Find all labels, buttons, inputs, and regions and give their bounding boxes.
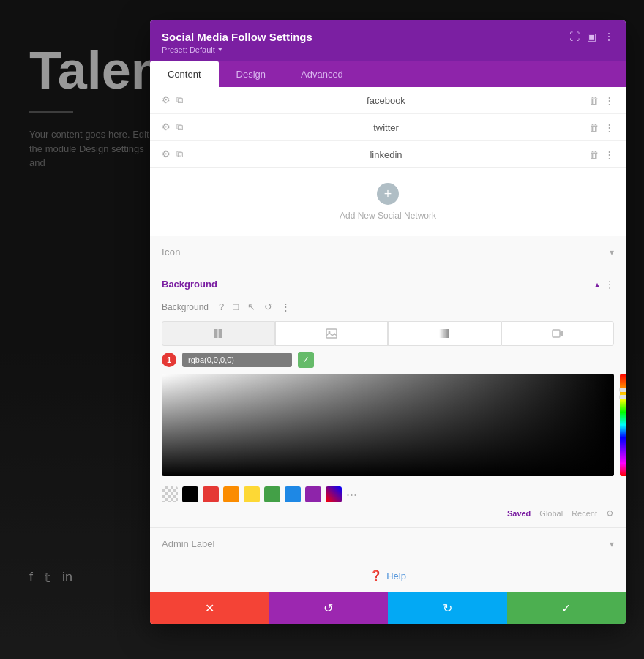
bg-reset-icon[interactable]: ↺ — [263, 300, 274, 314]
swatch-red[interactable] — [203, 486, 219, 502]
preset-chevron: ▾ — [218, 45, 222, 54]
bg-more-icon[interactable]: ⋮ — [280, 300, 292, 314]
help-label[interactable]: Help — [386, 570, 406, 581]
bg-device-icon[interactable]: □ — [231, 300, 240, 314]
delete-icon[interactable]: 🗑 — [589, 122, 599, 133]
settings-icon[interactable]: ⚙ — [162, 121, 171, 133]
copy-icon[interactable]: ⧉ — [176, 148, 183, 160]
table-row: ⚙ ⧉ facebook 🗑 ⋮ — [150, 87, 626, 114]
swatch-custom[interactable] — [326, 486, 342, 502]
modal-header: Social Media Follow Settings Preset: Def… — [150, 20, 626, 61]
color-gradient-area — [162, 374, 614, 476]
tab-advanced[interactable]: Advanced — [283, 61, 361, 87]
color-settings-icon[interactable]: ⚙ — [606, 508, 614, 519]
copy-icon[interactable]: ⧉ — [176, 121, 183, 133]
swatch-transparent[interactable] — [162, 486, 178, 502]
help-icon: ❓ — [370, 570, 382, 581]
cancel-button[interactable]: ✕ — [150, 592, 269, 624]
swatch-purple[interactable] — [305, 486, 321, 502]
swatch-black[interactable] — [182, 486, 198, 502]
color-swatches-row: ··· — [150, 479, 626, 505]
social-network-list: ⚙ ⧉ facebook 🗑 ⋮ ⚙ ⧉ twitter 🗑 ⋮ — [150, 87, 626, 168]
undo-icon: ↺ — [323, 601, 333, 615]
add-network-label: Add New Social Network — [340, 211, 436, 221]
color-type-solid[interactable] — [162, 321, 275, 346]
add-network-button[interactable]: + — [377, 183, 399, 205]
add-network-section: + Add New Social Network — [150, 168, 626, 236]
save-icon: ✓ — [561, 601, 571, 615]
settings-modal: Social Media Follow Settings Preset: Def… — [150, 20, 626, 624]
color-type-tabs — [150, 321, 626, 352]
redo-button[interactable]: ↻ — [388, 592, 507, 624]
color-tab-saved[interactable]: Saved — [507, 509, 531, 518]
settings-icon[interactable]: ⚙ — [162, 94, 171, 106]
copy-icon[interactable]: ⧉ — [176, 94, 183, 106]
hue-handle-1[interactable] — [619, 388, 626, 392]
icon-chevron-down: ▾ — [610, 247, 614, 257]
gradient-icon — [438, 328, 450, 339]
settings-icon[interactable]: ⚙ — [162, 148, 171, 160]
row-right-actions: 🗑 ⋮ — [589, 95, 614, 106]
bg-help-icon[interactable]: ? — [217, 300, 225, 314]
icon-section-header[interactable]: Icon ▾ — [150, 236, 626, 268]
hue-slider[interactable] — [620, 374, 626, 476]
row-more-icon[interactable]: ⋮ — [604, 95, 614, 106]
admin-label-chevron: ▾ — [610, 539, 614, 549]
row-more-icon[interactable]: ⋮ — [604, 122, 614, 133]
social-network-name: linkedin — [183, 149, 589, 160]
color-value-input[interactable] — [182, 353, 292, 367]
gradient-canvas[interactable] — [162, 374, 614, 476]
more-options-icon[interactable]: ⋮ — [604, 31, 614, 42]
row-left-icons: ⚙ ⧉ — [162, 121, 183, 133]
svg-point-0 — [220, 335, 222, 338]
social-network-name: facebook — [183, 95, 589, 106]
svg-rect-3 — [439, 329, 449, 338]
undo-button[interactable]: ↺ — [269, 592, 389, 624]
modal-body: ⚙ ⧉ facebook 🗑 ⋮ ⚙ ⧉ twitter 🗑 ⋮ — [150, 87, 626, 592]
swatch-green[interactable] — [264, 486, 280, 502]
split-icon[interactable]: ▣ — [587, 31, 596, 42]
background-section-title: Background — [162, 279, 217, 290]
table-row: ⚙ ⧉ linkedin 🗑 ⋮ — [150, 141, 626, 167]
more-swatches-button[interactable]: ··· — [346, 487, 357, 502]
icon-section-title: Icon — [162, 246, 181, 257]
color-type-gradient[interactable] — [388, 321, 501, 346]
row-right-actions: 🗑 ⋮ — [589, 122, 614, 133]
swatch-orange[interactable] — [223, 486, 239, 502]
bg-cursor-icon[interactable]: ↖ — [246, 300, 257, 314]
color-index-badge: 1 — [162, 353, 176, 367]
color-type-image[interactable] — [275, 321, 389, 346]
swatch-yellow[interactable] — [244, 486, 260, 502]
admin-label-title: Admin Label — [162, 538, 214, 549]
fullscreen-icon[interactable]: ⛶ — [569, 31, 580, 42]
modal-tabs: Content Design Advanced — [150, 61, 626, 87]
modal-title: Social Media Follow Settings — [162, 31, 312, 43]
delete-icon[interactable]: 🗑 — [589, 149, 599, 160]
social-network-name: twitter — [183, 122, 589, 133]
color-tab-recent[interactable]: Recent — [572, 509, 597, 518]
color-save-tabs: Saved Global Recent ⚙ — [150, 505, 626, 527]
background-chevron-up[interactable]: ▴ — [595, 279, 599, 290]
admin-label-section[interactable]: Admin Label ▾ — [150, 527, 626, 560]
paint-bucket-icon — [212, 328, 224, 339]
background-section-actions: ▴ ⋮ — [595, 279, 614, 290]
background-more-icon[interactable]: ⋮ — [605, 279, 614, 290]
color-input-row: 1 ✓ — [162, 352, 614, 368]
hue-handle-2[interactable] — [619, 395, 626, 399]
delete-icon[interactable]: 🗑 — [589, 95, 599, 106]
table-row: ⚙ ⧉ twitter 🗑 ⋮ — [150, 114, 626, 141]
help-row: ❓ Help — [150, 560, 626, 592]
row-left-icons: ⚙ ⧉ — [162, 148, 183, 160]
image-icon — [326, 328, 337, 339]
tab-design[interactable]: Design — [219, 61, 283, 87]
tab-content[interactable]: Content — [150, 61, 219, 87]
color-type-video[interactable] — [501, 321, 615, 346]
preset-selector[interactable]: Preset: Default ▾ — [162, 45, 312, 54]
hue-slider-container — [620, 374, 626, 476]
color-tab-global[interactable]: Global — [539, 509, 563, 518]
color-confirm-button[interactable]: ✓ — [298, 352, 314, 368]
row-more-icon[interactable]: ⋮ — [604, 149, 614, 160]
redo-icon: ↻ — [443, 601, 452, 615]
swatch-blue[interactable] — [285, 486, 301, 502]
save-button[interactable]: ✓ — [507, 592, 626, 624]
